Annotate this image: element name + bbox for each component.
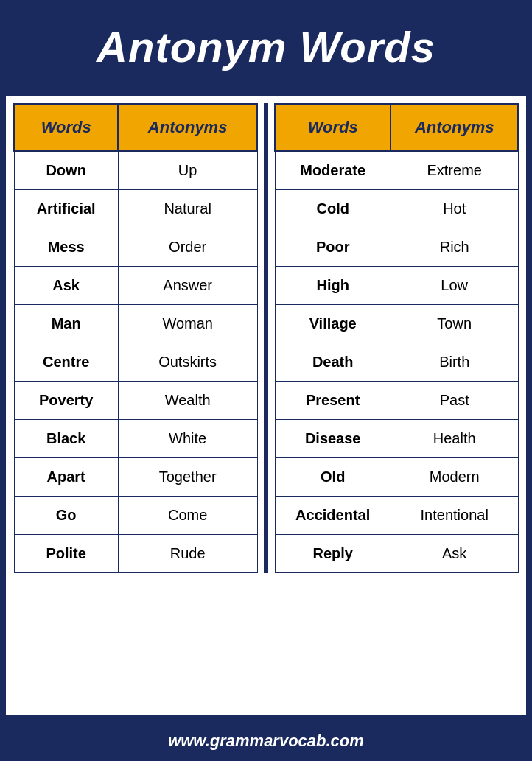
word-cell: Village (275, 305, 391, 343)
right-col1-header: Words (275, 104, 391, 151)
table-row: AccidentalIntentional (275, 497, 518, 535)
left-table-section: Words Antonyms DownUpArtificialNaturalMe… (13, 103, 258, 573)
antonym-cell: Wealth (118, 382, 257, 420)
table-row: HighLow (275, 267, 518, 305)
table-row: BlackWhite (14, 420, 257, 458)
right-table-section: Words Antonyms ModerateExtremeColdHotPoo… (274, 103, 519, 573)
antonym-cell: Woman (118, 305, 257, 343)
antonym-cell: Outskirts (118, 343, 257, 382)
word-cell: Artificial (14, 190, 118, 228)
antonym-cell: Up (118, 151, 257, 190)
word-cell: Man (14, 305, 118, 343)
word-cell: Accidental (275, 497, 391, 535)
word-cell: Moderate (275, 151, 391, 190)
right-table: Words Antonyms ModerateExtremeColdHotPoo… (274, 103, 519, 573)
antonym-cell: Natural (118, 190, 257, 228)
word-cell: High (275, 267, 391, 305)
header: Antonym Words (0, 0, 532, 90)
table-row: PovertyWealth (14, 382, 257, 420)
word-cell: Reply (275, 535, 391, 573)
antonym-cell: Birth (391, 343, 518, 382)
antonym-cell: Modern (391, 458, 518, 497)
antonym-cell: Come (118, 497, 257, 535)
word-cell: Black (14, 420, 118, 458)
table-row: ArtificialNatural (14, 190, 257, 228)
antonym-cell: Low (391, 267, 518, 305)
antonym-cell: Order (118, 228, 257, 267)
antonym-cell: Rude (118, 535, 257, 573)
left-col1-header: Words (14, 104, 118, 151)
word-cell: Cold (275, 190, 391, 228)
table-row: GoCome (14, 497, 257, 535)
table-row: PoorRich (275, 228, 518, 267)
antonym-cell: Intentional (391, 497, 518, 535)
table-row: ModerateExtreme (275, 151, 518, 190)
table-row: DiseaseHealth (275, 420, 518, 458)
table-row: OldModern (275, 458, 518, 497)
word-cell: Poverty (14, 382, 118, 420)
table-row: DownUp (14, 151, 257, 190)
word-cell: Go (14, 497, 118, 535)
divider (264, 103, 268, 573)
main-content: Words Antonyms DownUpArtificialNaturalMe… (6, 96, 526, 715)
antonym-cell: Ask (391, 535, 518, 573)
left-col2-header: Antonyms (118, 104, 257, 151)
antonym-cell: Rich (391, 228, 518, 267)
word-cell: Apart (14, 458, 118, 497)
antonym-cell: Extreme (391, 151, 518, 190)
table-row: ManWoman (14, 305, 257, 343)
table-row: ApartTogether (14, 458, 257, 497)
antonym-cell: Together (118, 458, 257, 497)
antonym-cell: Hot (391, 190, 518, 228)
antonym-cell: Health (391, 420, 518, 458)
left-table: Words Antonyms DownUpArtificialNaturalMe… (13, 103, 258, 573)
antonym-cell: Past (391, 382, 518, 420)
table-row: CentreOutskirts (14, 343, 257, 382)
page-title: Antonym Words (15, 22, 517, 71)
table-row: DeathBirth (275, 343, 518, 382)
word-cell: Old (275, 458, 391, 497)
word-cell: Poor (275, 228, 391, 267)
footer-url: www.grammarvocab.com (168, 732, 364, 750)
antonym-cell: Answer (118, 267, 257, 305)
word-cell: Disease (275, 420, 391, 458)
word-cell: Ask (14, 267, 118, 305)
word-cell: Polite (14, 535, 118, 573)
word-cell: Centre (14, 343, 118, 382)
word-cell: Death (275, 343, 391, 382)
antonym-cell: Town (391, 305, 518, 343)
word-cell: Mess (14, 228, 118, 267)
footer: www.grammarvocab.com (0, 721, 532, 761)
table-row: PresentPast (275, 382, 518, 420)
table-row: MessOrder (14, 228, 257, 267)
right-col2-header: Antonyms (391, 104, 518, 151)
table-row: ReplyAsk (275, 535, 518, 573)
table-row: AskAnswer (14, 267, 257, 305)
word-cell: Present (275, 382, 391, 420)
word-cell: Down (14, 151, 118, 190)
table-row: VillageTown (275, 305, 518, 343)
tables-wrapper: Words Antonyms DownUpArtificialNaturalMe… (13, 103, 519, 573)
table-row: ColdHot (275, 190, 518, 228)
table-row: PoliteRude (14, 535, 257, 573)
antonym-cell: White (118, 420, 257, 458)
